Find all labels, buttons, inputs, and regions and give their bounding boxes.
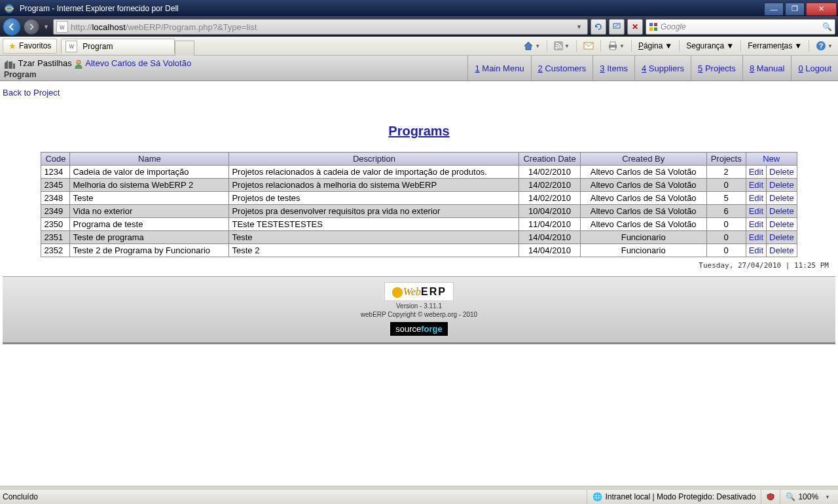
mail-button[interactable] (581, 41, 596, 51)
nav-projects[interactable]: 5 Projects (691, 56, 742, 81)
status-text: Concluído (3, 492, 38, 501)
stop-button[interactable]: ✕ (627, 19, 643, 35)
table-row: 2351Teste de programaTeste14/04/2010Func… (41, 231, 797, 244)
copyright-text: webERP Copyright © weberp.org - 2010 (3, 311, 835, 318)
zoom-icon: 🔍 (786, 492, 795, 501)
url-text: http://localhost/webERP/Program.php?&Typ… (71, 22, 574, 32)
tools-menu[interactable]: Ferramentas▼ (745, 40, 805, 52)
delete-link[interactable]: Delete (767, 192, 797, 205)
home-button[interactable]: ▼ (520, 39, 543, 52)
cell-name: Teste de programa (70, 231, 229, 244)
cell-code: 2350 (41, 218, 70, 231)
table-row: 2352Teste 2 de Programa by FuncionarioTe… (41, 244, 797, 257)
nav-logout[interactable]: 0 Logout (791, 56, 838, 81)
edit-link[interactable]: Edit (746, 205, 766, 218)
zoom-control[interactable]: 🔍 100% ▼ (780, 490, 835, 504)
col-name: Name (70, 153, 229, 166)
cell-by: Altevo Carlos de Sá Volotão (580, 192, 706, 205)
edit-link[interactable]: Edit (746, 179, 766, 192)
nav-history-dropdown[interactable]: ▼ (42, 24, 50, 30)
table-row: 1234Cadeia de valor de importaçãoProjeto… (41, 166, 797, 179)
nav-customers[interactable]: 2 Customers (531, 56, 593, 81)
tab-title: Program (82, 42, 113, 51)
window-title: Program - Internet Explorer fornecido po… (18, 4, 764, 13)
cell-desc: TEste TESTESTESTES (229, 218, 519, 231)
close-button[interactable]: ✕ (806, 3, 837, 16)
search-box[interactable]: Google 🔍 (646, 19, 835, 35)
favorites-button[interactable]: ★ Favoritos (3, 39, 57, 54)
page-menu[interactable]: Página▼ (636, 40, 675, 52)
programs-table: Code Name Description Creation Date Crea… (41, 152, 797, 257)
delete-link[interactable]: Delete (767, 205, 797, 218)
browser-navbar: ▼ w http://localhost/webERP/Program.php?… (0, 16, 838, 37)
cell-by: Altevo Carlos de Sá Volotão (580, 179, 706, 192)
maximize-button[interactable]: ❐ (785, 3, 805, 16)
erp-subtitle: Program (4, 70, 36, 79)
delete-link[interactable]: Delete (767, 231, 797, 244)
edit-link[interactable]: Edit (746, 192, 766, 205)
nav-main-menu[interactable]: 1 Main Menu (467, 56, 530, 81)
cell-date: 14/02/2010 (519, 179, 580, 192)
weberp-logo[interactable]: ⬤WebERP (384, 282, 454, 301)
table-row: 2350Programa de testeTEste TESTESTESTES1… (41, 218, 797, 231)
cell-date: 14/02/2010 (519, 192, 580, 205)
edit-link[interactable]: Edit (746, 231, 766, 244)
cell-projects: 0 (706, 244, 746, 257)
feeds-button[interactable]: ▼ (551, 40, 572, 52)
col-new[interactable]: New (746, 153, 797, 166)
refresh-button[interactable] (591, 19, 606, 35)
page-favicon: w (56, 21, 68, 33)
erp-nav: 1 Main Menu 2 Customers 3 Items 4 Suppli… (467, 56, 838, 81)
browser-tab[interactable]: w Program (61, 39, 175, 54)
nav-items[interactable]: 3 Items (592, 56, 634, 81)
delete-link[interactable]: Delete (767, 218, 797, 231)
protected-mode-toggle[interactable] (761, 490, 780, 504)
cell-by: Altevo Carlos de Sá Volotão (580, 205, 706, 218)
user-link[interactable]: Altevo Carlos de Sá Volotão (85, 58, 191, 68)
ie-toolbar: ★ Favoritos w Program ▼ ▼ (0, 37, 838, 56)
back-button[interactable] (3, 18, 21, 36)
print-button[interactable]: ▼ (605, 40, 627, 52)
cell-date: 11/04/2010 (519, 218, 580, 231)
cell-by: Altevo Carlos de Sá Volotão (580, 218, 706, 231)
cell-desc: Projetos relacionados à cadeia de valor … (229, 166, 519, 179)
edit-link[interactable]: Edit (746, 244, 766, 257)
cell-code: 2349 (41, 205, 70, 218)
delete-link[interactable]: Delete (767, 244, 797, 257)
edit-link[interactable]: Edit (746, 218, 766, 231)
compat-button[interactable] (609, 19, 625, 35)
address-bar[interactable]: w http://localhost/webERP/Program.php?&T… (53, 19, 588, 35)
shield-icon (767, 493, 774, 501)
new-tab-button[interactable] (175, 41, 194, 56)
cell-by: Altevo Carlos de Sá Volotão (580, 166, 706, 179)
page-title: Programs (3, 124, 835, 139)
back-to-project-link[interactable]: Back to Project (3, 88, 60, 98)
page-timestamp: Tuesday, 27/04/2010 | 11:25 PM (3, 257, 835, 276)
tab-favicon: w (65, 41, 77, 52)
table-row: 2345Melhoria do sistema WebERP 2Projetos… (41, 179, 797, 192)
cell-code: 2348 (41, 192, 70, 205)
cell-date: 14/02/2010 (519, 166, 580, 179)
table-row: 2348TesteProjetos de testes14/02/2010Alt… (41, 192, 797, 205)
edit-link[interactable]: Edit (746, 166, 766, 179)
delete-link[interactable]: Delete (767, 166, 797, 179)
search-icon[interactable]: 🔍 (822, 22, 832, 31)
home-icon (523, 41, 534, 51)
nav-manual[interactable]: 8 Manual (742, 56, 792, 81)
svg-point-7 (556, 47, 558, 49)
nav-suppliers[interactable]: 4 Suppliers (634, 56, 691, 81)
delete-link[interactable]: Delete (767, 179, 797, 192)
svg-text:?: ? (819, 42, 824, 50)
security-menu[interactable]: Segurança▼ (683, 40, 737, 52)
cell-code: 1234 (41, 166, 70, 179)
cell-projects: 0 (706, 231, 746, 244)
sourceforge-logo[interactable]: sourceforge (390, 322, 448, 336)
minimize-button[interactable]: — (764, 3, 784, 16)
address-history-dropdown[interactable]: ▼ (574, 24, 585, 30)
col-projects: Projects (706, 153, 746, 166)
forward-button[interactable] (24, 19, 39, 35)
rss-icon (554, 41, 563, 50)
security-zone[interactable]: 🌐 Intranet local | Modo Protegido: Desat… (587, 490, 761, 504)
cell-desc: Projetos de testes (229, 192, 519, 205)
help-button[interactable]: ? ▼ (813, 39, 835, 52)
